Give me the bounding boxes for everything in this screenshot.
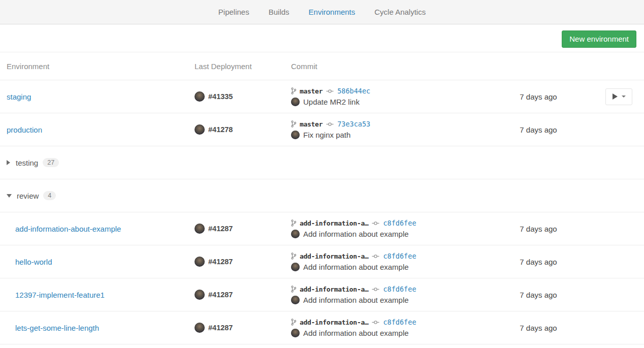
- folder-count-badge: 4: [43, 191, 56, 200]
- deployment-id-link[interactable]: #41287: [208, 291, 233, 299]
- branch-icon: [291, 319, 296, 326]
- commit-cell: add-information-a… c8fd6fee Add informat…: [291, 252, 500, 271]
- commit-cell: master 73e3ca53 Fix nginx path: [291, 120, 500, 139]
- commit-sha-link[interactable]: 586b44ec: [337, 87, 370, 95]
- deployer-avatar[interactable]: [195, 91, 205, 102]
- commit-message-link[interactable]: Add information about example: [303, 296, 409, 304]
- commit-author-avatar[interactable]: [291, 263, 300, 271]
- branch-icon: [291, 252, 296, 260]
- environment-link[interactable]: add-information-about-example: [15, 225, 121, 233]
- pipelines-subnav: Pipelines Builds Environments Cycle Anal…: [0, 0, 644, 24]
- commit-sha-link[interactable]: c8fd6fee: [383, 285, 416, 293]
- environment-row-production: production #41278 master 73e3ca53 Fix ng…: [0, 113, 644, 146]
- tab-pipelines[interactable]: Pipelines: [218, 8, 249, 16]
- deployment-id-link[interactable]: #41278: [208, 125, 233, 134]
- tab-cycle-analytics[interactable]: Cycle Analytics: [374, 8, 426, 16]
- branch-link[interactable]: master: [300, 120, 323, 128]
- deployment-date: 7 days ago: [520, 225, 557, 233]
- environment-row-hello-world: hello-world #41287 add-information-a… c8…: [0, 245, 644, 278]
- caret-down-icon: [622, 96, 626, 98]
- deployment-id-link[interactable]: #41287: [208, 225, 233, 233]
- deploy-actions-dropdown-button[interactable]: [605, 88, 632, 105]
- deployer-avatar[interactable]: [195, 124, 205, 135]
- environments-table-header: Environment Last Deployment Commit: [0, 52, 644, 80]
- commit-message-link[interactable]: Add information about example: [303, 263, 409, 271]
- tab-builds[interactable]: Builds: [269, 8, 289, 16]
- commit-author-avatar[interactable]: [291, 230, 300, 238]
- commit-sha-link[interactable]: c8fd6fee: [383, 318, 416, 326]
- deployment-id-link[interactable]: #41335: [208, 92, 233, 101]
- commit-author-avatar[interactable]: [291, 296, 300, 304]
- commit-cell: add-information-a… c8fd6fee Add informat…: [291, 285, 500, 304]
- commit-author-avatar[interactable]: [291, 131, 300, 139]
- commit-message-link[interactable]: Update MR2 link: [303, 98, 360, 106]
- commit-icon: [372, 320, 379, 325]
- commit-icon: [372, 287, 379, 292]
- new-environment-button[interactable]: New environment: [562, 30, 636, 48]
- last-deployment-cell: #41278: [195, 124, 291, 135]
- environment-row-add-information-about-example: add-information-about-example #41287 add…: [0, 212, 644, 245]
- tab-environments[interactable]: Environments: [309, 8, 356, 16]
- environment-link[interactable]: hello-world: [15, 258, 52, 266]
- header-environment: Environment: [0, 62, 195, 71]
- branch-link[interactable]: add-information-a…: [300, 219, 368, 227]
- commit-author-avatar[interactable]: [291, 329, 300, 337]
- folder-name: testing: [16, 159, 38, 167]
- deployer-avatar[interactable]: [195, 290, 205, 300]
- branch-link[interactable]: add-information-a…: [300, 286, 368, 293]
- last-deployment-cell: #41287: [195, 290, 291, 300]
- deployment-date: 7 days ago: [520, 125, 557, 134]
- last-deployment-cell: #41287: [195, 224, 291, 234]
- branch-icon: [291, 219, 296, 227]
- folder-toggle-testing[interactable]: testing 27: [0, 158, 59, 167]
- caret-down-icon: [7, 194, 12, 198]
- folder-count-badge: 27: [43, 158, 59, 167]
- commit-sha-link[interactable]: c8fd6fee: [383, 252, 416, 260]
- environment-row-lets-get-some-line-length: lets-get-some-line-length #41287 add-inf…: [0, 311, 644, 344]
- branch-link[interactable]: add-information-a…: [300, 252, 368, 260]
- commit-icon: [326, 89, 334, 93]
- environment-row-staging: staging #41335 master 586b44ec Update MR…: [0, 80, 644, 113]
- play-icon: [613, 93, 618, 100]
- caret-right-icon: [7, 160, 10, 165]
- header-commit: Commit: [291, 62, 500, 71]
- deployer-avatar[interactable]: [195, 323, 205, 333]
- environment-link[interactable]: production: [7, 125, 42, 134]
- environment-link[interactable]: staging: [7, 92, 31, 101]
- branch-icon: [291, 87, 296, 94]
- branch-link[interactable]: add-information-a…: [300, 319, 368, 326]
- commit-sha-link[interactable]: c8fd6fee: [383, 219, 416, 227]
- environment-folder-row-review: review 4: [0, 179, 644, 212]
- environment-row-12397-implement-feature1: 12397-implement-feature1 #41287 add-info…: [0, 278, 644, 311]
- commit-message-link[interactable]: Fix nginx path: [303, 131, 350, 139]
- deployment-date: 7 days ago: [520, 258, 557, 266]
- deployment-date: 7 days ago: [520, 324, 557, 332]
- commit-cell: add-information-a… c8fd6fee Add informat…: [291, 219, 500, 238]
- branch-link[interactable]: master: [300, 87, 323, 95]
- commit-cell: add-information-a… c8fd6fee Add informat…: [291, 318, 500, 337]
- commit-icon: [326, 122, 334, 126]
- folder-toggle-review[interactable]: review 4: [0, 191, 56, 200]
- environment-link[interactable]: 12397-implement-feature1: [15, 291, 105, 299]
- commit-author-avatar[interactable]: [291, 98, 300, 106]
- deployer-avatar[interactable]: [195, 257, 205, 267]
- header-last-deployment: Last Deployment: [195, 62, 291, 71]
- commit-sha-link[interactable]: 73e3ca53: [337, 120, 370, 128]
- environment-folder-row-testing: testing 27: [0, 146, 644, 179]
- branch-icon: [291, 286, 296, 293]
- last-deployment-cell: #41335: [195, 91, 291, 102]
- page-header: New environment: [0, 24, 644, 52]
- commit-message-link[interactable]: Add information about example: [303, 230, 409, 238]
- commit-icon: [372, 221, 379, 226]
- commit-message-link[interactable]: Add information about example: [303, 329, 409, 337]
- commit-cell: master 586b44ec Update MR2 link: [291, 87, 500, 106]
- deployment-id-link[interactable]: #41287: [208, 324, 233, 332]
- environment-link[interactable]: lets-get-some-line-length: [15, 324, 99, 332]
- deployment-date: 7 days ago: [520, 291, 557, 299]
- deployer-avatar[interactable]: [195, 224, 205, 234]
- folder-name: review: [17, 192, 39, 200]
- deployment-id-link[interactable]: #41287: [208, 258, 233, 266]
- deployment-date: 7 days ago: [520, 92, 557, 101]
- last-deployment-cell: #41287: [195, 257, 291, 267]
- commit-icon: [372, 254, 379, 259]
